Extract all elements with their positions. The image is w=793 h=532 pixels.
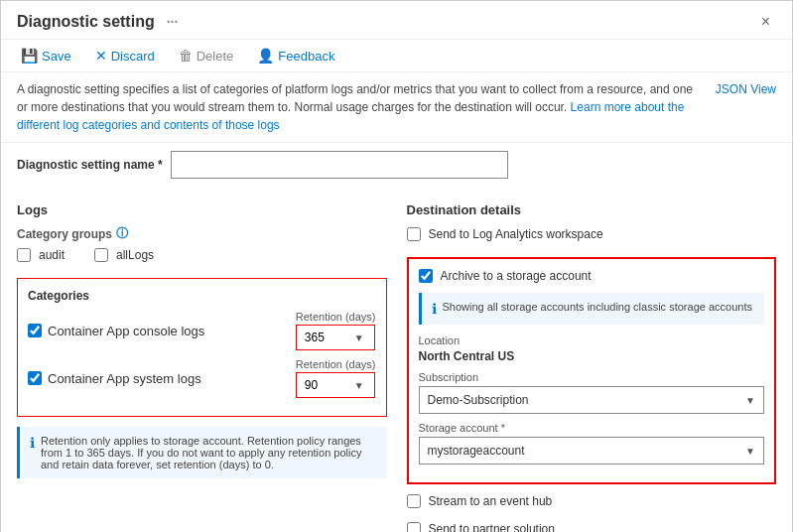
category-groups-subtitle: Category groups ⓘ — [17, 225, 387, 242]
logs-info-icon: ℹ — [30, 435, 35, 470]
discard-button[interactable]: ✕ Discard — [91, 46, 159, 66]
logs-section-title: Logs — [17, 202, 387, 217]
save-button[interactable]: 💾 Save — [17, 46, 75, 66]
delete-label: Delete — [197, 49, 234, 64]
feedback-label: Feedback — [278, 49, 334, 64]
log-analytics-checkbox[interactable] — [407, 227, 421, 241]
json-view-link[interactable]: JSON View — [716, 80, 776, 98]
subscription-chevron: ▼ — [745, 395, 755, 406]
location-label: Location — [419, 334, 765, 346]
event-hub-label: Stream to an event hub — [429, 494, 553, 508]
delete-icon: 🗑 — [179, 48, 193, 64]
category-row-1: Container App console logs Retention (da… — [28, 311, 376, 350]
dialog-title-text: Diagnostic setting — [17, 13, 155, 31]
subscription-dropdown[interactable]: Demo-Subscription ▼ — [419, 386, 765, 414]
dialog-title: Diagnostic setting ··· — [17, 13, 178, 31]
retention-label-1: Retention (days) — [296, 311, 376, 323]
diag-name-label: Diagnostic setting name * — [17, 158, 163, 172]
category-left-2: Container App system logs — [28, 371, 201, 386]
close-button[interactable]: × — [755, 11, 776, 33]
alllogs-checkbox[interactable] — [94, 248, 108, 262]
retention-label-2: Retention (days) — [296, 358, 376, 370]
event-hub-checkbox[interactable] — [407, 494, 421, 508]
subscription-field: Subscription Demo-Subscription ▼ — [419, 371, 765, 414]
audit-label: audit — [39, 248, 65, 262]
storage-account-field: Storage account * mystorageaccount ▼ — [419, 422, 765, 465]
dialog-ellipsis: ··· — [167, 14, 179, 30]
alllogs-checkbox-row: allLogs — [94, 248, 154, 262]
partner-solution-checkbox[interactable] — [407, 522, 421, 532]
feedback-icon: 👤 — [257, 48, 274, 64]
retention-input-1[interactable] — [305, 331, 354, 344]
archive-box: Archive to a storage account ℹ Showing a… — [407, 257, 777, 484]
category-groups-info-icon: ⓘ — [116, 225, 128, 242]
save-icon: 💾 — [21, 48, 38, 64]
discard-label: Discard — [111, 49, 155, 64]
description-bar: A diagnostic setting specifies a list of… — [1, 72, 792, 143]
log-analytics-label: Send to Log Analytics workspace — [429, 227, 603, 241]
categories-title: Categories — [28, 289, 376, 303]
save-label: Save — [42, 49, 71, 64]
description-text: A diagnostic setting specifies a list of… — [17, 80, 716, 134]
category-left-1: Container App console logs — [28, 324, 204, 338]
console-logs-label: Container App console logs — [48, 324, 204, 338]
log-analytics-option: Send to Log Analytics workspace — [407, 227, 777, 241]
toolbar: 💾 Save ✕ Discard 🗑 Delete 👤 Feedback — [1, 40, 792, 72]
audit-checkbox[interactable] — [17, 248, 31, 262]
diag-name-input[interactable] — [171, 151, 508, 179]
delete-button[interactable]: 🗑 Delete — [175, 46, 238, 66]
partner-solution-label: Send to partner solution — [429, 522, 555, 532]
archive-checkbox[interactable] — [419, 269, 433, 283]
event-hub-option: Stream to an event hub — [407, 494, 777, 508]
archive-info-text: Showing all storage accounts including c… — [443, 301, 752, 317]
retention-col-1: Retention (days) ▼ — [296, 311, 376, 350]
left-panel: Logs Category groups ⓘ audit allLogs Cat… — [17, 202, 387, 532]
storage-account-chevron: ▼ — [745, 446, 755, 457]
location-value: North Central US — [419, 349, 765, 363]
dialog-header: Diagnostic setting ··· × — [1, 1, 792, 40]
archive-label: Archive to a storage account — [441, 269, 592, 283]
alllogs-label: allLogs — [116, 248, 154, 262]
audit-checkbox-row: audit — [17, 248, 65, 262]
destination-title: Destination details — [407, 202, 777, 217]
diagnostic-setting-dialog: Diagnostic setting ··· × 💾 Save ✕ Discar… — [0, 0, 793, 532]
console-logs-checkbox[interactable] — [28, 324, 42, 337]
storage-account-value: mystorageaccount — [428, 444, 525, 458]
location-field: Location North Central US — [419, 334, 765, 363]
archive-option: Archive to a storage account — [419, 269, 765, 283]
logs-info-text: Retention only applies to storage accoun… — [41, 435, 377, 470]
subscription-label: Subscription — [419, 371, 765, 383]
subscription-value: Demo-Subscription — [428, 393, 529, 407]
archive-info-icon: ℹ — [432, 301, 437, 317]
retention-col-2: Retention (days) ▼ — [296, 358, 376, 398]
logs-info-box: ℹ Retention only applies to storage acco… — [17, 427, 387, 478]
partner-solution-option: Send to partner solution — [407, 522, 777, 532]
retention-chevron-1: ▼ — [354, 332, 364, 343]
discard-icon: ✕ — [95, 48, 107, 64]
storage-account-dropdown[interactable]: mystorageaccount ▼ — [419, 437, 765, 465]
category-row-2: Container App system logs Retention (day… — [28, 358, 376, 398]
archive-info-box: ℹ Showing all storage accounts including… — [419, 293, 765, 325]
diag-name-row: Diagnostic setting name * — [17, 151, 776, 179]
system-logs-label: Container App system logs — [48, 371, 201, 386]
storage-account-label: Storage account * — [419, 422, 765, 434]
main-content: Logs Category groups ⓘ audit allLogs Cat… — [1, 191, 792, 532]
retention-input-wrap-1: ▼ — [296, 325, 375, 350]
retention-input-2[interactable] — [305, 378, 354, 392]
retention-chevron-2: ▼ — [354, 380, 364, 391]
feedback-button[interactable]: 👤 Feedback — [253, 46, 338, 66]
retention-input-wrap-2: ▼ — [296, 372, 375, 398]
category-groups-label: Category groups — [17, 227, 112, 241]
categories-box: Categories Container App console logs Re… — [17, 278, 387, 417]
system-logs-checkbox[interactable] — [28, 371, 42, 385]
right-panel: Destination details Send to Log Analytic… — [407, 202, 777, 532]
